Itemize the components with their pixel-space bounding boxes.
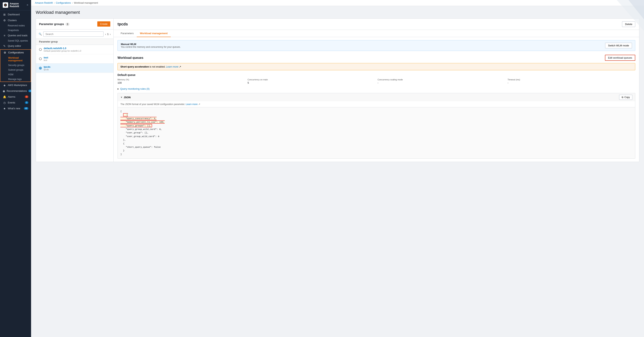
- panel-title: Parameter groups: [39, 22, 64, 26]
- sidebar-item-queries-loads[interactable]: ≡ Queries and loads: [0, 33, 31, 38]
- dashboard-icon: ⊞: [3, 13, 6, 16]
- events-badge: 0: [25, 101, 28, 104]
- param-group-desc: test: [44, 59, 48, 61]
- page-body: Workload management Parameter groups 3 C…: [31, 6, 644, 337]
- tab-workload-management[interactable]: Workload management: [137, 30, 171, 37]
- external-link-icon: ↗: [179, 65, 181, 68]
- sidebar-item-alarms[interactable]: 🔔 Alarms 0: [0, 94, 31, 100]
- stat-timeout-label: Timeout (ms): [508, 78, 636, 81]
- sidebar-item-events[interactable]: ◷ Events 0: [0, 100, 31, 106]
- stat-concurrency-value: 5: [248, 81, 376, 84]
- logo-text: AmazonRedshift: [10, 2, 19, 8]
- pagination: ‹ 1 ›: [105, 33, 111, 36]
- sidebar-item-label: Alarms: [8, 95, 15, 98]
- tab-parameters[interactable]: Parameters: [118, 30, 137, 37]
- json-collapse-icon[interactable]: ▼: [120, 96, 122, 98]
- subnet-groups-label: Subnet groups: [8, 68, 23, 71]
- close-icon[interactable]: ×: [26, 3, 28, 7]
- copy-label: Copy: [624, 96, 630, 99]
- param-group-desc: Default parameter group for redshift-1.0: [44, 50, 81, 52]
- sidebar-item-security-groups[interactable]: Security groups: [0, 63, 31, 67]
- sidebar-navigation: ⊞ Dashboard ⚙ Clusters Reserved nodes Sn…: [0, 10, 31, 337]
- recommendations-badge: 2: [28, 90, 31, 92]
- chevron-right-icon: ▶: [118, 88, 119, 90]
- switch-wlm-button[interactable]: Switch WLM mode: [605, 43, 632, 48]
- sidebar-item-clusters[interactable]: ⚙ Clusters: [0, 17, 31, 23]
- sidebar-item-saved-sql[interactable]: Saved SQL queries: [0, 38, 31, 43]
- stat-scaling-value: -: [378, 81, 505, 84]
- copy-button[interactable]: ⧉ Copy: [619, 95, 632, 100]
- sqa-text: Short query acceleration: [120, 65, 149, 68]
- sidebar-item-label: Dashboard: [8, 13, 20, 16]
- sidebar-item-workload-management[interactable]: Workload management: [0, 55, 31, 63]
- sqa-suffix: is not enabled.: [150, 65, 165, 68]
- sidebar-item-query-editor[interactable]: ✎ Query editor: [0, 43, 31, 49]
- sidebar-item-recommendations[interactable]: ◉ Recommendations 2: [0, 88, 31, 94]
- sidebar-item-label: Queries and loads: [8, 34, 28, 37]
- prev-page-button[interactable]: ‹: [105, 33, 106, 36]
- radio-button-tpcds[interactable]: [39, 67, 42, 69]
- sidebar-item-hsm[interactable]: HSM: [0, 72, 31, 77]
- snapshots-label: Snapshots: [8, 29, 19, 32]
- wlm-info-title: Manual WLM: [121, 43, 180, 46]
- edit-workload-queues-button[interactable]: Edit workload queues: [605, 55, 635, 61]
- default-queue-title: Default queue: [118, 73, 635, 76]
- table-column-header: Parameter group: [36, 39, 114, 45]
- json-external-link-icon: ↗: [198, 103, 200, 106]
- search-icon: 🔍: [39, 33, 42, 35]
- create-button[interactable]: Create: [97, 21, 110, 26]
- json-bracket-open: [: [120, 110, 122, 113]
- group-count-badge: 3: [66, 23, 70, 26]
- stat-concurrency-label: Concurrency on main: [248, 78, 376, 81]
- wlm-content: Manual WLM You control the memory and co…: [114, 37, 639, 162]
- json-section: ▼ JSON ⧉ Copy The JSON format of your sa…: [118, 93, 635, 159]
- sqa-learn-more-link[interactable]: Learn more: [166, 65, 178, 68]
- radio-button-test[interactable]: [39, 57, 42, 60]
- delete-button[interactable]: Delete: [622, 21, 635, 27]
- param-group-row[interactable]: default.redshift-1.0 Default parameter g…: [36, 45, 114, 54]
- param-group-desc: tpcds: [44, 68, 50, 71]
- sidebar-item-dashboard[interactable]: ⊞ Dashboard: [0, 12, 31, 17]
- sidebar-item-label: Configurations: [8, 51, 24, 54]
- main-content: Amazon Redshift › Configurations › Workl…: [31, 0, 644, 337]
- sidebar-item-subnet-groups[interactable]: Subnet groups: [0, 67, 31, 72]
- configurations-icon: ⚙: [3, 51, 6, 54]
- param-group-row[interactable]: test test: [36, 54, 114, 63]
- configurations-section: ⚙ Configurations Workload management Sec…: [0, 49, 31, 82]
- sidebar-item-label: AWS Marketplace: [8, 84, 27, 87]
- logo-icon: [3, 2, 8, 8]
- breadcrumb-configurations[interactable]: Configurations: [56, 1, 71, 4]
- next-page-button[interactable]: ›: [110, 33, 111, 36]
- breadcrumb-redshift[interactable]: Amazon Redshift: [35, 1, 53, 4]
- default-queue-section: Default queue Memory (%) 100 Concurrency…: [118, 73, 635, 84]
- sidebar-item-manage-tags[interactable]: Manage tags: [0, 77, 31, 81]
- stat-memory: Memory (%) 100: [118, 78, 245, 84]
- json-title-row: ▼ JSON: [120, 96, 130, 99]
- json-learn-more-link[interactable]: Learn more: [186, 103, 198, 106]
- right-panel-header: tpcds Delete: [114, 19, 639, 30]
- breadcrumb-separator-1: ›: [54, 1, 54, 4]
- stat-timeout-value: -: [508, 81, 636, 84]
- query-monitoring-label: Query monitoring rules (0): [120, 87, 150, 90]
- sidebar-item-label: Recommendations: [6, 90, 27, 92]
- sidebar-item-snapshots[interactable]: Snapshots: [0, 28, 31, 33]
- search-input[interactable]: [43, 31, 104, 37]
- panel-title-row: Parameter groups 3: [39, 22, 70, 26]
- sidebar-item-configurations[interactable]: ⚙ Configurations: [0, 50, 31, 55]
- queues-title: Workload queues: [118, 56, 143, 60]
- sidebar-item-aws-marketplace[interactable]: ◈ AWS Marketplace: [0, 82, 31, 88]
- sidebar-item-label: Query editor: [8, 45, 21, 47]
- hsm-label: HSM: [8, 73, 14, 76]
- sidebar-item-label: What's new: [8, 107, 20, 110]
- json-code-block: [ { "query_concurrency": 5, "memory_perc…: [118, 107, 635, 159]
- search-bar: 🔍 ‹ 1 ›: [36, 29, 114, 39]
- app-logo: AmazonRedshift ×: [0, 0, 31, 10]
- sidebar-item-reserved-nodes[interactable]: Reserved nodes: [0, 23, 31, 28]
- param-group-row-selected[interactable]: tpcds tpcds: [36, 63, 114, 73]
- query-monitoring-toggle[interactable]: ▶ Query monitoring rules (0): [118, 87, 635, 90]
- split-layout: Parameter groups 3 Create 🔍 ‹ 1 › Parame…: [36, 18, 639, 162]
- sidebar-item-whats-new[interactable]: ★ What's new 48: [0, 106, 31, 111]
- page-number: 1: [107, 33, 108, 35]
- radio-button-default[interactable]: [39, 48, 42, 51]
- json-highlighted-block: { "query_concurrency": 5, "memory_percen…: [120, 113, 165, 127]
